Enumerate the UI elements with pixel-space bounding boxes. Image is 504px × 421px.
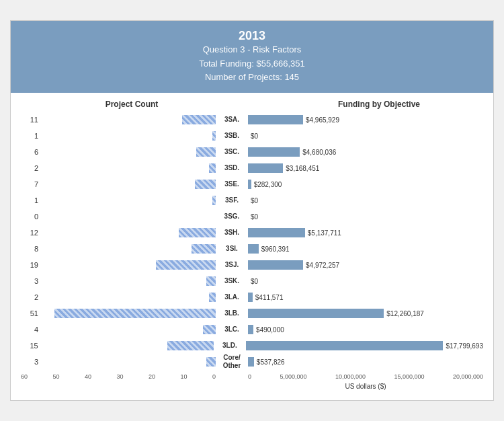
funding-value: $282,300 xyxy=(251,181,282,188)
funding-value: $4,965,929 xyxy=(303,116,339,124)
left-bar-area xyxy=(41,341,214,350)
funding-value: $4,972,257 xyxy=(303,262,339,269)
table-row: 03SG.$0 xyxy=(21,209,483,224)
right-axis-label: 15,000,000 xyxy=(394,373,424,380)
project-count-value: 2 xyxy=(21,164,41,172)
funding-bar xyxy=(248,309,384,318)
project-count-bar xyxy=(209,163,216,173)
project-count-value: 6 xyxy=(21,148,41,156)
funding-value: $5,137,711 xyxy=(305,229,341,237)
project-count-bar xyxy=(206,357,216,367)
table-row: 193SJ.$4,972,257 xyxy=(21,258,483,272)
table-row: 83SI.$960,391 xyxy=(21,241,483,256)
project-count-bar xyxy=(182,115,216,124)
left-bar-area xyxy=(41,228,216,237)
row-label: 3SI. xyxy=(216,245,248,253)
column-headers: Project Count Funding by Objective xyxy=(21,100,483,109)
right-bar-area: $537,826 xyxy=(248,357,483,367)
funding-value: $0 xyxy=(248,132,258,140)
left-bar-area xyxy=(41,325,216,334)
project-count-value: 8 xyxy=(21,245,41,253)
chart-header: 2013 Question 3 - Risk Factors Total Fun… xyxy=(11,21,493,93)
project-count-bar xyxy=(203,325,216,334)
project-count-bar xyxy=(206,276,216,286)
row-label: 3LB. xyxy=(216,309,248,317)
axis-title: US dollars ($) xyxy=(248,383,483,390)
right-bar-area: $282,300 xyxy=(248,180,483,189)
table-row: 63SC.$4,680,036 xyxy=(21,145,483,159)
chart-body: Project Count Funding by Objective 113SA… xyxy=(11,93,493,400)
right-bar-area: $411,571 xyxy=(248,293,483,302)
row-label: 3SJ. xyxy=(216,261,248,269)
row-label: 3LC. xyxy=(216,326,248,334)
table-row: 43LC.$490,000 xyxy=(21,322,483,337)
project-count-value: 1 xyxy=(21,196,41,204)
right-bar-area: $0 xyxy=(248,131,483,141)
row-label: 3LA. xyxy=(216,293,248,301)
project-count-value: 11 xyxy=(21,116,41,124)
chart-year: 2013 xyxy=(17,29,487,43)
row-label: 3SF. xyxy=(216,196,248,204)
project-count-bar xyxy=(179,228,216,237)
row-label: 3SB. xyxy=(216,132,248,140)
project-count-header: Project Count xyxy=(21,100,243,109)
row-label: 3SH. xyxy=(216,229,248,237)
right-axis-label: 20,000,000 xyxy=(453,373,483,380)
project-count-value: 51 xyxy=(21,309,41,317)
funding-bar xyxy=(248,293,253,302)
right-bar-area: $17,799,693 xyxy=(246,341,483,350)
axis-title-area: US dollars ($) xyxy=(21,383,483,390)
left-axis-label: 10 xyxy=(180,373,187,380)
funding-value: $537,826 xyxy=(254,358,285,366)
left-bar-area xyxy=(41,309,216,318)
row-label: 3SG. xyxy=(216,213,248,221)
funding-bar xyxy=(248,325,253,334)
left-bar-area xyxy=(41,163,216,173)
project-count-value: 4 xyxy=(21,326,41,334)
funding-bar xyxy=(248,115,303,124)
table-row: 13SB.$0 xyxy=(21,128,483,143)
right-bar-area: $4,972,257 xyxy=(248,260,483,270)
table-row: 73SE.$282,300 xyxy=(21,177,483,192)
funding-value: $17,799,693 xyxy=(443,342,483,350)
left-bar-area xyxy=(41,276,216,286)
row-label: 3SC. xyxy=(216,148,248,156)
left-bar-area xyxy=(41,293,216,302)
left-bar-area xyxy=(41,131,216,141)
funding-value: $0 xyxy=(248,278,258,285)
project-count-bar xyxy=(192,244,216,254)
project-count-value: 7 xyxy=(21,180,41,188)
left-bar-area xyxy=(41,196,216,205)
table-row: 513LB.$12,260,187 xyxy=(21,306,483,321)
funding-value: $0 xyxy=(248,197,258,204)
funding-bar xyxy=(248,228,305,237)
project-count-value: 1 xyxy=(21,132,41,140)
project-count-value: 15 xyxy=(21,342,41,350)
left-bar-area xyxy=(41,244,216,254)
table-row: 33SK.$0 xyxy=(21,274,483,289)
funding-bar xyxy=(248,244,259,254)
project-count-bar xyxy=(195,180,216,189)
right-axis-label: 5,000,000 xyxy=(280,373,306,380)
funding-bar xyxy=(248,163,283,173)
right-bar-area: $0 xyxy=(248,196,483,205)
table-row: 13SF.$0 xyxy=(21,193,483,208)
left-axis-label: 40 xyxy=(85,373,91,380)
left-bar-area xyxy=(41,115,216,124)
right-axis: 05,000,00010,000,00015,000,00020,000,000 xyxy=(248,373,483,380)
left-bar-area xyxy=(41,357,216,367)
row-label: 3SE. xyxy=(216,180,248,188)
right-bar-area: $0 xyxy=(248,212,483,221)
left-bar-area xyxy=(41,180,216,189)
funding-value: $12,260,187 xyxy=(384,310,424,317)
project-count-bar xyxy=(196,147,216,157)
left-axis-label: 30 xyxy=(116,373,123,380)
right-bar-area: $4,965,929 xyxy=(248,115,483,124)
rows-area: 113SA.$4,965,92913SB.$063SC.$4,680,03623… xyxy=(21,112,483,371)
funding-value: $960,391 xyxy=(259,245,290,253)
funding-value: $490,000 xyxy=(253,326,284,334)
row-label: 3LD. xyxy=(214,342,246,350)
left-axis-label: 20 xyxy=(149,373,155,380)
left-axis-label: 50 xyxy=(52,373,59,380)
row-label: 3SK. xyxy=(216,277,248,285)
